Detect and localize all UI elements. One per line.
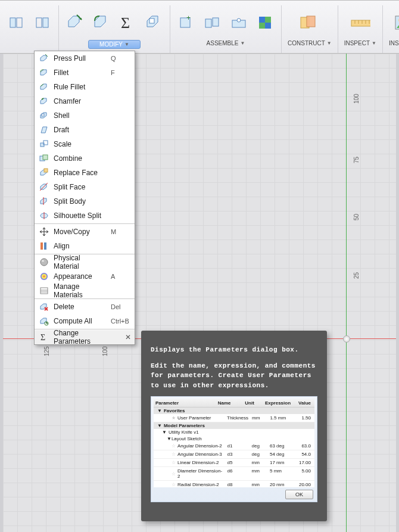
- menu-item-compute[interactable]: Compute AllCtrl+B: [35, 314, 135, 328]
- svg-rect-5: [149, 18, 154, 23]
- close-icon[interactable]: ✕: [125, 333, 131, 341]
- layout-sketch-group[interactable]: ▼Layout Sketch: [154, 435, 314, 442]
- menu-item-label: Delete: [54, 303, 106, 311]
- assemble-misc-icon[interactable]: [255, 13, 275, 33]
- star-icon: ☆: [172, 443, 176, 449]
- menu-separator: [35, 223, 135, 224]
- menu-item-align[interactable]: Align: [35, 239, 135, 253]
- fillet-icon: [39, 68, 49, 77]
- insert-image-icon[interactable]: [393, 13, 399, 33]
- svg-rect-1: [17, 18, 22, 27]
- menu-item-delete[interactable]: DeleteDel: [35, 300, 135, 314]
- mirror-left-icon[interactable]: [6, 13, 26, 33]
- menu-item-label: Chamfer: [54, 97, 106, 105]
- menu-item-label: Silhouette Split: [54, 211, 106, 220]
- menu-item-combine[interactable]: Combine: [35, 151, 135, 166]
- menu-item-split-face[interactable]: Split Face: [35, 180, 135, 194]
- menu-item-move[interactable]: Move/CopyM: [35, 225, 135, 239]
- shell-icon[interactable]: [144, 13, 164, 33]
- menu-item-rule-fillet[interactable]: Rule Fillet: [35, 80, 135, 94]
- menu-item-label: Physical Material: [54, 254, 106, 270]
- ok-button[interactable]: OK: [285, 490, 313, 499]
- menu-item-label: Change Parameters: [54, 329, 106, 346]
- menu-item-split-body[interactable]: Split Body: [35, 194, 135, 209]
- assemble-dropdown-button[interactable]: ASSEMBLE▼: [207, 40, 245, 46]
- split-body-icon: [39, 197, 49, 206]
- favorites-group[interactable]: ▼Favorites: [154, 407, 314, 414]
- svg-rect-9: [213, 18, 219, 26]
- utility-knife-group[interactable]: ▼Utility Knife v1: [154, 429, 314, 435]
- menu-item-label: Combine: [54, 154, 106, 163]
- menu-item-appearance[interactable]: AppearanceA: [35, 269, 135, 284]
- joint-origin-icon[interactable]: [229, 13, 249, 33]
- joint-icon[interactable]: [202, 13, 223, 33]
- svg-rect-8: [205, 19, 211, 27]
- draft-icon: [39, 125, 49, 135]
- tooltip-title: Displays the Parameters dialog box.: [151, 345, 317, 355]
- inspect-dropdown-button[interactable]: INSPECT▼: [344, 40, 376, 46]
- appearance-icon: [39, 272, 49, 281]
- menu-item-manage-mat[interactable]: Manage Materials: [35, 284, 135, 298]
- insert-label: INSERT: [389, 40, 399, 46]
- tool-group-inspect: INSPECT▼: [338, 5, 383, 53]
- table-row[interactable]: ☆Angular Dimension-2d1deg63 deg63.0: [154, 442, 314, 450]
- ruler-y-tick: 100: [353, 94, 360, 104]
- svg-rect-12: [259, 17, 265, 23]
- menu-item-draft[interactable]: Draft: [35, 123, 135, 137]
- menu-item-shortcut: Ctrl+B: [111, 318, 130, 325]
- menu-item-label: Shell: [54, 111, 106, 120]
- col-header: Expression: [263, 399, 292, 407]
- construct-dropdown-button[interactable]: CONSTRUCT▼: [288, 40, 332, 46]
- svg-text:Σ: Σ: [40, 333, 45, 342]
- mirror-right-icon[interactable]: [32, 13, 52, 33]
- model-params-group[interactable]: ▼Model Parameters: [154, 422, 314, 429]
- table-row[interactable]: ☆Diameter Dimension-2d6mm5 mm5.00: [154, 467, 314, 481]
- svg-rect-33: [43, 155, 48, 160]
- menu-item-replace-face[interactable]: Replace Face: [35, 166, 135, 180]
- construct-label: CONSTRUCT: [288, 40, 325, 46]
- table-row[interactable]: ★User Parameter Thickness mm 1.5 mm 1.50: [154, 414, 314, 422]
- menu-item-press-pull[interactable]: Press PullQ: [35, 51, 135, 66]
- star-icon: ☆: [172, 471, 176, 477]
- menu-item-scale[interactable]: Scale: [35, 137, 135, 151]
- menu-item-fillet[interactable]: FilletF: [35, 66, 135, 80]
- menu-item-sigma[interactable]: ΣChange Parameters✕: [35, 330, 135, 344]
- split-face-icon: [39, 182, 49, 192]
- menu-item-phys-mat[interactable]: Physical Material: [35, 255, 135, 269]
- table-row[interactable]: ☆Radial Dimension-2d8mm20 mm20.00: [154, 481, 314, 487]
- parameters-table: Parameter Name Unit Expression Value ▼Fa…: [154, 399, 314, 487]
- y-axis: [346, 54, 347, 532]
- sigma-icon[interactable]: Σ: [117, 13, 138, 33]
- align-icon: [39, 241, 49, 251]
- svg-rect-15: [265, 23, 271, 29]
- table-row[interactable]: ☆Linear Dimension-2d5mm17 mm17.00: [154, 459, 314, 467]
- delete-icon: [39, 302, 49, 312]
- modify-dropdown-button[interactable]: MODIFY▼: [88, 40, 141, 49]
- menu-item-shortcut: M: [111, 228, 130, 235]
- compute-icon: [39, 316, 49, 326]
- menu-item-shell[interactable]: Shell: [35, 108, 135, 123]
- menu-item-silhouette[interactable]: Silhouette Split: [35, 209, 135, 223]
- col-header: Name: [216, 399, 244, 407]
- press-pull-icon[interactable]: [65, 13, 85, 33]
- origin-handle[interactable]: [343, 335, 350, 343]
- menu-item-label: Manage Materials: [54, 282, 106, 299]
- fillet-icon[interactable]: [91, 13, 111, 33]
- insert-dropdown-button[interactable]: INSERT▼: [389, 40, 399, 46]
- phys-mat-icon: [39, 257, 49, 267]
- menu-item-label: Replace Face: [54, 169, 106, 177]
- col-header: Unit: [243, 399, 263, 407]
- construct-plane-icon[interactable]: [300, 13, 320, 33]
- new-component-icon[interactable]: +: [176, 13, 197, 33]
- measure-icon[interactable]: [350, 13, 370, 33]
- tool-group-mirror: [0, 5, 59, 53]
- table-header: Parameter Name Unit Expression Value: [154, 399, 314, 407]
- menu-item-shortcut: A: [111, 273, 130, 280]
- svg-point-45: [40, 273, 48, 280]
- svg-rect-3: [43, 18, 48, 27]
- menu-item-chamfer[interactable]: Chamfer: [35, 94, 135, 108]
- table-row[interactable]: ☆Angular Dimension-3d3deg54 deg54.0: [154, 450, 314, 459]
- modify-menu: Press PullQFilletFRule FilletChamferShel…: [34, 51, 135, 345]
- star-icon: ☆: [172, 482, 176, 487]
- menu-item-shortcut: F: [111, 69, 130, 76]
